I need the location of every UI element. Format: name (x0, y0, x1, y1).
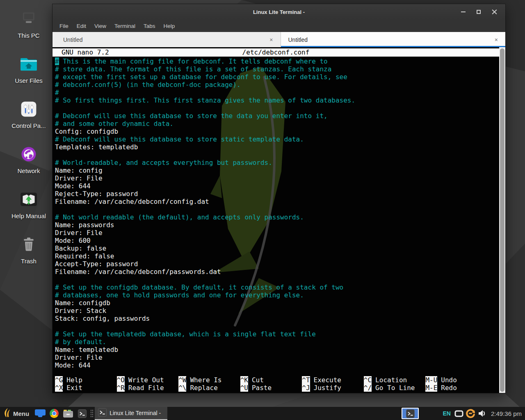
tray-terminal-indicator[interactable] (402, 408, 419, 419)
panel-handle[interactable] (90, 409, 94, 418)
nano-shortcut[interactable]: ^KCut (240, 376, 302, 384)
shortcut-label: Exit (66, 384, 82, 392)
nano-shortcut[interactable]: M-ERedo (425, 384, 487, 392)
shortcut-key: ^O (117, 376, 125, 384)
terminal-icon[interactable] (77, 407, 87, 420)
chrome-icon[interactable] (49, 407, 59, 420)
nano-text-area[interactable]: # This is the main config file for debco… (52, 57, 505, 369)
nano-text-line: Driver: File (55, 229, 505, 237)
nano-title-bar: GNU nano 7.2 /etc/debconf.conf (52, 48, 499, 57)
shortcut-key: ^R (117, 384, 125, 392)
desktop-icon-this-pc[interactable]: This PC (0, 9, 57, 54)
maximize-icon[interactable] (472, 7, 485, 17)
computer-icon (20, 9, 38, 29)
nano-text-line: Name: passwords (55, 221, 505, 229)
file-manager-icon[interactable] (63, 407, 73, 420)
nano-filename: /etc/debconf.conf (52, 48, 499, 56)
menu-item-help[interactable]: Help (160, 23, 179, 29)
clock[interactable]: 2:49:36 pm (491, 410, 522, 417)
terminal-viewport[interactable]: GNU nano 7.2 /etc/debconf.conf # This is… (52, 47, 505, 393)
shortcut-key: ^T (302, 376, 310, 384)
desktop-icon-label: Trash (21, 258, 37, 265)
tab-close-icon[interactable]: × (269, 37, 273, 43)
nano-text-line: Mode: 600 (55, 237, 505, 244)
text-cursor: # (55, 57, 59, 65)
nano-shortcut[interactable]: ^OWrite Out (117, 376, 179, 384)
nano-shortcut[interactable]: ^RRead File (117, 384, 179, 392)
nano-blank-line (55, 104, 505, 112)
desktop-icon-list: This PCUser FilesControl Pa...NetworkHel… (0, 9, 57, 280)
nano-blank-line (55, 322, 505, 330)
scrollbar-thumb[interactable] (500, 48, 504, 392)
nano-shortcut[interactable]: ^\Replace (178, 384, 240, 392)
nano-shortcut[interactable]: ^JJustify (302, 384, 364, 392)
nano-shortcut[interactable]: ^UPaste (240, 384, 302, 392)
nano-shortcut[interactable]: ^/Go To Line (364, 384, 426, 392)
desktop-icon-user-files[interactable]: User Files (0, 54, 57, 99)
desktop-icon-network[interactable]: Network (0, 144, 57, 189)
shortcut-key: ^J (302, 384, 310, 392)
menu-item-view[interactable]: View (90, 23, 110, 29)
tab-label: Untitled (63, 37, 82, 43)
shortcut-key: ^/ (364, 384, 372, 392)
shortcut-key: ^\ (178, 384, 186, 392)
nano-text-line: Driver: File (55, 354, 505, 361)
scrollbar[interactable] (499, 47, 505, 393)
tab-1[interactable]: Untitled× (52, 32, 281, 47)
desktop-icon-trash[interactable]: Trash (0, 235, 57, 280)
keyboard-layout-label[interactable]: EN (443, 410, 450, 417)
volume-icon[interactable] (477, 407, 487, 420)
taskbar: Menu Linux Lite Terminal - EN 2:49:36 pm (0, 407, 525, 420)
nano-text-line: Reject-Type: password (55, 190, 505, 198)
desktop-icon-label: This PC (18, 32, 39, 39)
nano-text-line: Templates: templatedb (55, 143, 505, 151)
task-button-terminal[interactable]: Linux Lite Terminal - (95, 407, 167, 420)
shortcut-key: M-E (425, 384, 437, 392)
nano-comment-line: # This is the main config file for debco… (55, 57, 505, 65)
nano-shortcut[interactable]: ^XExit (55, 384, 117, 392)
shortcut-label: Replace (190, 384, 217, 392)
nano-shortcut-bar: ^GHelp^XExit^OWrite Out^RRead File^WWher… (55, 376, 487, 392)
minimize-icon[interactable] (457, 7, 469, 17)
nano-text-line: Name: configdb (55, 299, 505, 307)
nano-shortcut-column: ^TExecute^JJustify (302, 376, 364, 392)
shortcut-label: Go To Line (375, 384, 415, 392)
shortcut-key: ^G (55, 376, 63, 384)
nano-comment-line: # Not world readable (the default), and … (55, 213, 505, 221)
keyboard-indicator-icon[interactable] (454, 407, 464, 420)
desktop-icon-help-manual[interactable]: Help Manual (0, 189, 57, 235)
menu-item-terminal[interactable]: Terminal (110, 23, 139, 29)
folder-home-icon (19, 54, 38, 74)
nano-shortcut[interactable]: ^WWhere Is (178, 376, 240, 384)
updates-icon[interactable] (466, 407, 475, 420)
nano-shortcut[interactable]: ^GHelp (55, 376, 117, 384)
nano-shortcut-column: ^CLocation^/Go To Line (364, 376, 426, 392)
desktop-icon-control-panel[interactable]: Control Pa... (0, 99, 57, 144)
nano-text-line: Stack: config, passwords (55, 315, 505, 322)
nano-shortcut-column: ^WWhere Is^\Replace (178, 376, 240, 392)
nano-text-line: Filename: /var/cache/debconf/passwords.d… (55, 268, 505, 276)
nano-comment-line: # Debconf will use this database to stor… (55, 135, 505, 143)
shortcut-label: Execute (314, 376, 341, 384)
nano-shortcut[interactable]: ^TExecute (302, 376, 364, 384)
shortcut-label: Where Is (190, 376, 221, 384)
menu-item-file[interactable]: File (55, 23, 73, 29)
show-desktop-icon[interactable] (35, 407, 46, 420)
shortcut-label: Justify (314, 384, 341, 392)
nano-comment-line: # World-readable, and accepts everything… (55, 159, 505, 167)
shortcut-key: M-U (425, 376, 437, 384)
map-book-icon (20, 189, 38, 209)
nano-shortcut[interactable]: M-UUndo (425, 376, 487, 384)
close-icon[interactable] (488, 7, 500, 17)
desktop-icon-label: User Files (15, 77, 43, 84)
terminal-icon (98, 408, 107, 418)
nano-blank-line (55, 151, 505, 159)
menu-item-edit[interactable]: Edit (73, 23, 90, 29)
start-menu-button[interactable]: Menu (0, 407, 33, 420)
nano-shortcut[interactable]: ^CLocation (364, 376, 426, 384)
window-titlebar[interactable]: Linux Lite Terminal - (52, 4, 505, 20)
tab-2-active[interactable]: Untitled× (281, 32, 506, 47)
menu-item-tabs[interactable]: Tabs (139, 23, 160, 29)
pinned-launchers (33, 407, 89, 420)
tab-close-icon[interactable]: × (495, 37, 498, 43)
